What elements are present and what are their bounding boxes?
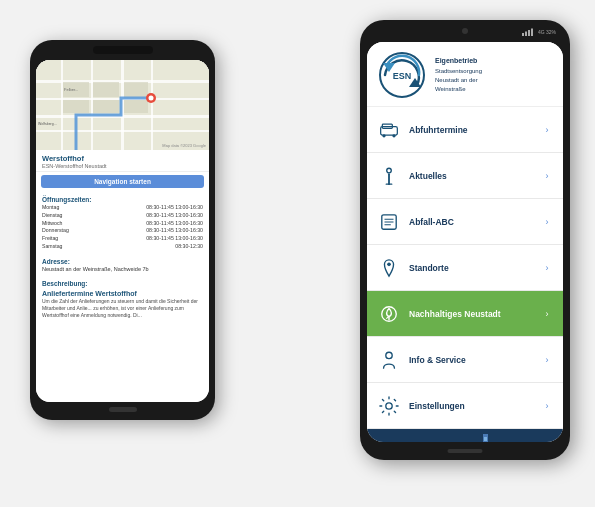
time-mittwoch: 08:30-11:45 13:00-16:30 <box>146 220 203 228</box>
day-freitag: Freitag <box>42 235 58 243</box>
day-dienstag: Dienstag <box>42 212 62 220</box>
city-tower-icon <box>473 429 498 442</box>
svg-rect-10 <box>93 82 119 97</box>
day-montag: Montag <box>42 204 59 212</box>
app-header: ESN Eigenbetrieb Stadtsentsorgung Neusta… <box>367 42 563 107</box>
map-area[interactable]: Felber... Wolfsberg... Map data ©2023 Go… <box>36 60 209 150</box>
hours-freitag: Freitag 08:30-11:45 13:00-16:30 <box>42 235 203 243</box>
menu-item-aktuelles[interactable]: Aktuelles › <box>367 153 563 199</box>
svg-rect-19 <box>522 33 524 36</box>
scene: Felber... Wolfsberg... Map data ©2023 Go… <box>0 0 595 507</box>
map-watermark: Map data ©2023 Google <box>162 143 206 148</box>
time-montag: 08:30-11:45 13:00-16:30 <box>146 204 203 212</box>
svg-rect-14 <box>124 100 148 113</box>
svg-rect-8 <box>151 60 153 150</box>
status-text: 4G 32% <box>538 29 556 35</box>
screen-title-bar: Werstoffhof ESN-Werstoffhof Neustadt <box>36 150 209 172</box>
svg-point-16 <box>149 96 154 101</box>
svg-text:ESN: ESN <box>393 71 412 81</box>
location-icon <box>377 256 401 280</box>
svg-rect-22 <box>531 29 533 37</box>
hours-samstag: Samstag 08:30-12:30 <box>42 243 203 251</box>
svg-text:Felber...: Felber... <box>64 87 78 92</box>
menu-label-abfall-abc: Abfall-ABC <box>409 217 541 227</box>
menu-label-nachhaltiges-neustadt: Nachhaltiges Neustadt <box>409 309 541 319</box>
svg-rect-47 <box>484 437 487 441</box>
svg-rect-21 <box>528 30 530 36</box>
time-dienstag: 08:30-11:45 13:00-16:30 <box>146 212 203 220</box>
gear-icon <box>377 394 401 418</box>
day-samstag: Samstag <box>42 243 62 251</box>
list-icon <box>377 210 401 234</box>
hours-mittwoch: Mittwoch 08:30-11:45 13:00-16:30 <box>42 220 203 228</box>
description-title: Anliefertermine Wertstoffhof <box>42 290 203 297</box>
time-donnerstag: 08:30-11:45 13:00-16:30 <box>146 227 203 235</box>
leaf-icon <box>377 302 401 326</box>
menu-label-aktuelles: Aktuelles <box>409 171 541 181</box>
day-mittwoch: Mittwoch <box>42 220 62 228</box>
address-section: Adresse: Neustadt an der Weinstraße, Nac… <box>36 253 209 276</box>
chevron-abfall-abc: › <box>541 216 553 228</box>
chevron-standorte: › <box>541 262 553 274</box>
chevron-einstellungen: › <box>541 400 553 412</box>
svg-rect-6 <box>91 60 93 150</box>
menu-item-abfuhrtermine[interactable]: Abfuhrtermine › <box>367 107 563 153</box>
esn-line3: Neustadt an der <box>435 76 482 85</box>
svg-point-38 <box>387 262 391 266</box>
navigation-button[interactable]: Navigation starten <box>41 175 204 188</box>
notch-left <box>93 46 153 54</box>
front-camera <box>462 28 468 34</box>
svg-point-30 <box>392 134 395 137</box>
address-text: Neustadt an der Weinstraße, Nachweide 7b <box>42 266 203 274</box>
hours-label: Öffnungszeiten: <box>42 196 203 203</box>
esn-logo: ESN <box>377 50 427 100</box>
svg-point-31 <box>387 168 392 173</box>
svg-rect-13 <box>124 82 148 97</box>
chevron-nachhaltiges-neustadt: › <box>541 308 553 320</box>
day-donnerstag: Donnerstag <box>42 227 69 235</box>
menu-label-info-service: Info & Service <box>409 355 541 365</box>
menu-item-einstellungen[interactable]: Einstellungen › <box>367 383 563 429</box>
menu-label-einstellungen: Einstellungen <box>409 401 541 411</box>
screen-right: ESN Eigenbetrieb Stadtsentsorgung Neusta… <box>367 42 563 442</box>
location-title: Werstoffhof <box>42 154 203 163</box>
chevron-aktuelles: › <box>541 170 553 182</box>
person-icon <box>377 348 401 372</box>
svg-point-41 <box>386 352 392 358</box>
description-text: Um die Zahl der Anlieferungen zu steuern… <box>42 298 203 319</box>
chevron-abfuhrtermine: › <box>541 124 553 136</box>
menu-list: Abfuhrtermine › Aktuelles <box>367 107 563 429</box>
svg-rect-20 <box>525 32 527 37</box>
svg-point-42 <box>386 402 392 408</box>
signal-icon <box>522 28 536 36</box>
car-icon <box>377 118 401 142</box>
menu-item-nachhaltiges-neustadt[interactable]: Nachhaltiges Neustadt › <box>367 291 563 337</box>
description-label: Beschreibung: <box>42 280 203 287</box>
esn-company-name: Eigenbetrieb <box>435 56 482 67</box>
hours-montag: Montag 08:30-11:45 13:00-16:30 <box>42 204 203 212</box>
screen-right-content: ESN Eigenbetrieb Stadtsentsorgung Neusta… <box>367 42 563 442</box>
menu-item-abfall-abc[interactable]: Abfall-ABC › <box>367 199 563 245</box>
svg-rect-12 <box>93 100 119 113</box>
hours-section: Öffnungszeiten: Montag 08:30-11:45 13:00… <box>36 191 209 253</box>
chevron-info-service: › <box>541 354 553 366</box>
esn-logo-svg: ESN <box>377 50 427 100</box>
screen-left-content: Felber... Wolfsberg... Map data ©2023 Go… <box>36 60 209 402</box>
home-button-left[interactable] <box>109 407 137 412</box>
time-freitag: 08:30-11:45 13:00-16:30 <box>146 235 203 243</box>
svg-rect-5 <box>61 60 63 150</box>
phone-left: Felber... Wolfsberg... Map data ©2023 Go… <box>30 40 215 420</box>
home-bar-right[interactable] <box>448 449 483 453</box>
phone-right: 4G 32% <box>360 20 570 460</box>
info-icon <box>377 164 401 188</box>
header-text: Eigenbetrieb Stadtsentsorgung Neustadt a… <box>435 56 482 94</box>
menu-item-info-service[interactable]: Info & Service › <box>367 337 563 383</box>
hours-dienstag: Dienstag 08:30-11:45 13:00-16:30 <box>42 212 203 220</box>
app-footer: NEUSTADT WEINSTRASSE <box>367 429 563 442</box>
esn-line4: Weinstraße <box>435 85 482 94</box>
esn-line2: Stadtsentsorgung <box>435 67 482 76</box>
time-samstag: 08:30-12:30 <box>175 243 203 251</box>
svg-point-29 <box>382 134 385 137</box>
menu-item-standorte[interactable]: Standorte › <box>367 245 563 291</box>
hours-donnerstag: Donnerstag 08:30-11:45 13:00-16:30 <box>42 227 203 235</box>
